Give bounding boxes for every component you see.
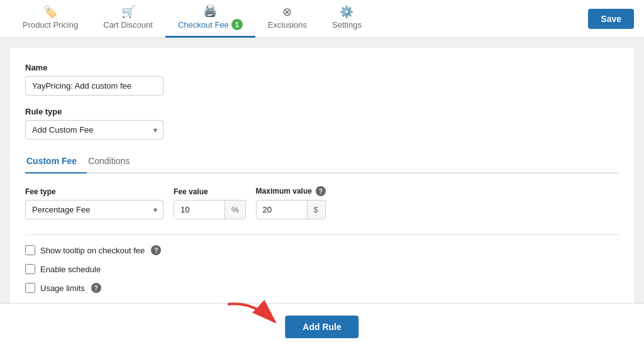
fee-type-select-wrapper: Percentage Fee Fixed Fee ▾ <box>25 200 164 219</box>
fee-type-select[interactable]: Percentage Fee Fixed Fee <box>25 200 164 219</box>
name-field-group: Name <box>25 63 619 96</box>
tab-checkout-fee[interactable]: 🖨️ Checkout Fee 1 <box>165 0 255 38</box>
tooltip-help-icon[interactable]: ? <box>151 245 161 255</box>
tab-exclusions[interactable]: ⊗ Exclusions <box>255 0 319 38</box>
save-button[interactable]: Save <box>588 9 634 29</box>
name-input[interactable] <box>25 76 164 96</box>
tab-settings[interactable]: ⚙️ Settings <box>319 0 374 38</box>
content-area: Name Rule type Add Custom Fee Fixed Fee … <box>10 48 634 337</box>
max-value-input[interactable] <box>257 201 307 219</box>
top-navigation: 🏷️ Product Pricing 🛒 Cart Discount 🖨️ Ch… <box>0 0 644 38</box>
add-rule-arrow <box>221 298 284 329</box>
divider-1 <box>25 234 619 235</box>
max-value-input-wrapper: $ <box>256 200 326 219</box>
nav-tabs: 🏷️ Product Pricing 🛒 Cart Discount 🖨️ Ch… <box>10 0 588 38</box>
tab-exclusions-label: Exclusions <box>268 20 307 30</box>
schedule-checkbox[interactable] <box>25 264 35 274</box>
max-value-label: Maximum value ? <box>256 186 326 196</box>
tooltip-label: Show tooltip on checkout fee <box>40 246 145 255</box>
fee-type-label: Fee type <box>25 187 164 196</box>
name-label: Name <box>25 63 619 72</box>
fee-value-suffix: % <box>225 201 245 219</box>
usage-help-icon[interactable]: ? <box>91 283 101 293</box>
cart-discount-icon: 🛒 <box>121 6 135 18</box>
usage-label: Usage limits <box>40 284 85 293</box>
fee-fields-row: Fee type Percentage Fee Fixed Fee ▾ Fee … <box>25 186 619 219</box>
tab-product-pricing-label: Product Pricing <box>23 20 78 30</box>
sub-tab-conditions[interactable]: Conditions <box>87 151 140 174</box>
fee-value-input-wrapper: % <box>174 200 246 219</box>
max-value-suffix: $ <box>307 201 325 219</box>
max-value-group: Maximum value ? $ <box>256 186 326 219</box>
tooltip-checkbox[interactable] <box>25 245 35 255</box>
usage-checkbox-row: Usage limits ? <box>25 283 619 293</box>
fee-value-label: Fee value <box>174 187 246 196</box>
tab-checkout-fee-label: Checkout Fee <box>178 20 229 30</box>
bottom-bar: Add Rule <box>0 303 644 347</box>
rule-type-select-wrapper: Add Custom Fee Fixed Fee Percentage Fee … <box>25 120 164 140</box>
schedule-checkbox-row: Enable schedule <box>25 264 619 274</box>
tooltip-checkbox-row: Show tooltip on checkout fee ? <box>25 245 619 255</box>
tab-product-pricing[interactable]: 🏷️ Product Pricing <box>10 0 91 38</box>
schedule-label: Enable schedule <box>40 265 101 274</box>
add-rule-button[interactable]: Add Rule <box>285 316 358 338</box>
settings-icon: ⚙️ <box>340 6 353 18</box>
checkout-fee-badge: 1 <box>231 19 243 30</box>
fee-value-group: Fee value % <box>174 187 246 219</box>
checkout-fee-icon: 🖨️ <box>203 5 217 16</box>
max-value-help-icon[interactable]: ? <box>316 186 326 196</box>
fee-value-input[interactable] <box>174 201 225 219</box>
sub-tabs: Custom Fee Conditions <box>25 151 619 174</box>
sub-tab-custom-fee[interactable]: Custom Fee <box>25 151 87 174</box>
usage-checkbox[interactable] <box>25 283 35 293</box>
tab-settings-label: Settings <box>332 20 362 30</box>
rule-type-select[interactable]: Add Custom Fee Fixed Fee Percentage Fee <box>25 120 164 140</box>
tab-cart-discount[interactable]: 🛒 Cart Discount <box>91 0 165 38</box>
rule-type-field-group: Rule type Add Custom Fee Fixed Fee Perce… <box>25 107 619 140</box>
tab-cart-discount-label: Cart Discount <box>103 20 153 30</box>
product-pricing-icon: 🏷️ <box>43 6 57 18</box>
exclusions-icon: ⊗ <box>282 6 292 18</box>
rule-type-label: Rule type <box>25 107 619 116</box>
fee-type-group: Fee type Percentage Fee Fixed Fee ▾ <box>25 187 164 219</box>
